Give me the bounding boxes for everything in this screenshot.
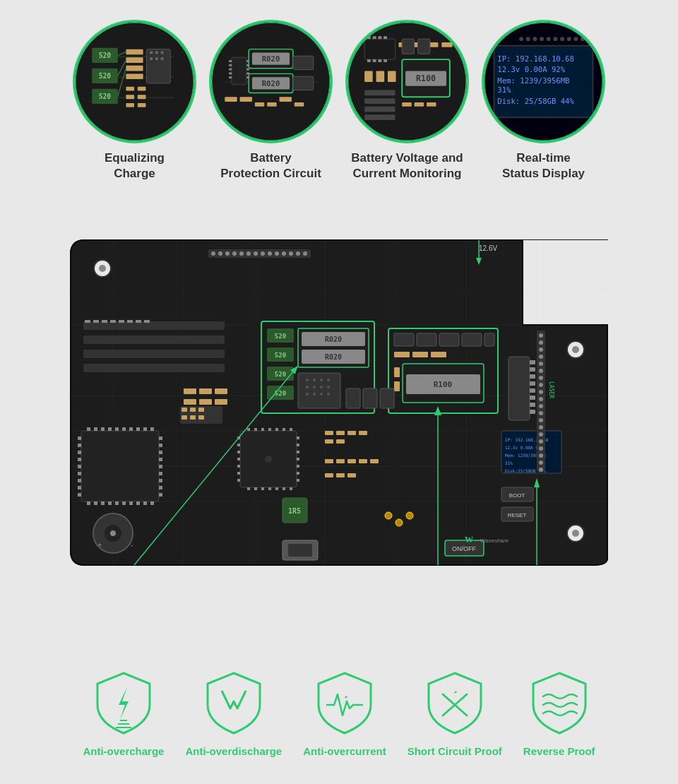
svg-rect-178	[237, 465, 240, 468]
svg-text:520: 520	[275, 390, 286, 397]
anti-overcharge-label: Anti-overcharge	[83, 745, 164, 757]
svg-rect-269	[530, 410, 535, 414]
svg-point-323	[539, 425, 543, 429]
svg-rect-26	[138, 103, 146, 107]
svg-point-223	[320, 386, 323, 388]
svg-rect-11	[126, 57, 143, 63]
svg-rect-42	[229, 69, 232, 71]
svg-rect-40	[229, 60, 232, 62]
voltage-current-label: Battery Voltage and Current Monitoring	[351, 150, 463, 182]
svg-point-316	[539, 376, 543, 380]
realtime-status-label: Real-time Status Display	[502, 150, 585, 182]
svg-rect-357	[363, 388, 377, 408]
svg-rect-16	[155, 52, 158, 54]
svg-point-219	[320, 379, 323, 381]
svg-rect-231	[417, 333, 436, 346]
svg-rect-65	[367, 59, 371, 62]
svg-rect-150	[159, 486, 162, 489]
svg-rect-175	[237, 444, 240, 446]
svg-rect-154	[101, 427, 105, 431]
svg-text:LASER: LASER	[548, 381, 554, 398]
svg-rect-294	[208, 249, 311, 258]
svg-rect-237	[431, 352, 446, 357]
battery-protection-label: Battery Protection Circuit	[220, 150, 321, 182]
svg-point-306	[289, 251, 293, 256]
svg-rect-249	[127, 320, 133, 323]
svg-point-288	[110, 530, 116, 536]
feature-voltage-current: R100	[345, 20, 469, 182]
svg-point-102	[554, 37, 558, 41]
svg-rect-20	[161, 57, 164, 60]
anti-overcharge-icon	[92, 670, 155, 737]
svg-rect-46	[246, 64, 249, 66]
svg-rect-66	[373, 59, 376, 62]
protection-icons-section: Anti-overcharge Anti-overdischarge Anti-…	[0, 643, 678, 784]
svg-rect-18	[150, 57, 153, 60]
protection-short-circuit: Short Circuit Proof	[408, 670, 502, 757]
svg-text:-: -	[131, 540, 133, 549]
svg-rect-139	[78, 472, 81, 475]
svg-rect-68	[383, 59, 387, 62]
svg-rect-339	[182, 415, 187, 420]
svg-rect-233	[462, 333, 482, 346]
svg-point-320	[539, 404, 543, 408]
svg-text:R020: R020	[325, 335, 342, 343]
svg-rect-258	[184, 399, 196, 405]
svg-rect-187	[297, 479, 299, 482]
svg-rect-196	[254, 487, 257, 490]
svg-point-318	[539, 390, 543, 394]
svg-rect-164	[101, 501, 105, 505]
svg-rect-343	[336, 431, 345, 435]
svg-rect-268	[530, 403, 535, 407]
svg-point-311	[539, 340, 543, 345]
svg-point-315	[539, 369, 543, 373]
svg-point-329	[539, 468, 543, 472]
svg-point-332	[406, 512, 413, 519]
svg-point-300	[246, 251, 251, 256]
anti-overdischarge-icon	[202, 670, 266, 737]
svg-rect-183	[297, 451, 299, 453]
svg-rect-170	[143, 501, 147, 505]
svg-rect-82	[364, 98, 395, 104]
svg-rect-337	[190, 408, 196, 412]
svg-point-221	[306, 386, 309, 388]
svg-text:31%: 31%	[497, 85, 511, 95]
svg-rect-166	[115, 501, 119, 505]
svg-rect-48	[246, 72, 249, 74]
svg-point-173	[265, 456, 272, 463]
short-circuit-label: Short Circuit Proof	[408, 745, 502, 757]
svg-rect-53	[240, 97, 252, 102]
svg-rect-198	[268, 487, 271, 490]
svg-rect-267	[530, 396, 535, 400]
svg-point-222	[313, 386, 316, 388]
realtime-status-circle: IP: 192.168.10.68 12.3v 0.00A 92% Mem: 1…	[482, 20, 605, 143]
svg-rect-251	[144, 320, 150, 323]
svg-rect-263	[530, 367, 535, 372]
svg-rect-135	[78, 444, 81, 447]
svg-rect-138	[78, 465, 81, 468]
svg-text:520: 520	[99, 52, 112, 59]
svg-rect-254	[83, 364, 225, 372]
svg-point-328	[539, 461, 543, 465]
svg-rect-265	[530, 381, 535, 386]
svg-rect-78	[364, 71, 373, 82]
svg-rect-136	[78, 451, 81, 454]
svg-rect-190	[261, 428, 264, 431]
svg-rect-244	[85, 320, 90, 323]
svg-rect-168	[129, 501, 133, 505]
svg-rect-351	[359, 459, 367, 463]
svg-rect-57	[295, 102, 304, 107]
svg-point-297	[225, 251, 230, 256]
svg-text:ON/OFF: ON/OFF	[452, 545, 476, 552]
svg-rect-181	[297, 436, 299, 439]
svg-point-224	[327, 386, 330, 388]
svg-rect-354	[336, 473, 345, 477]
svg-rect-45	[246, 60, 249, 62]
svg-rect-177	[237, 458, 240, 461]
svg-rect-179	[237, 472, 240, 475]
svg-point-296	[218, 251, 222, 256]
svg-rect-341	[198, 415, 204, 420]
svg-rect-252	[83, 335, 225, 344]
protection-anti-overdischarge: Anti-overdischarge	[185, 670, 282, 757]
svg-rect-55	[267, 102, 277, 107]
